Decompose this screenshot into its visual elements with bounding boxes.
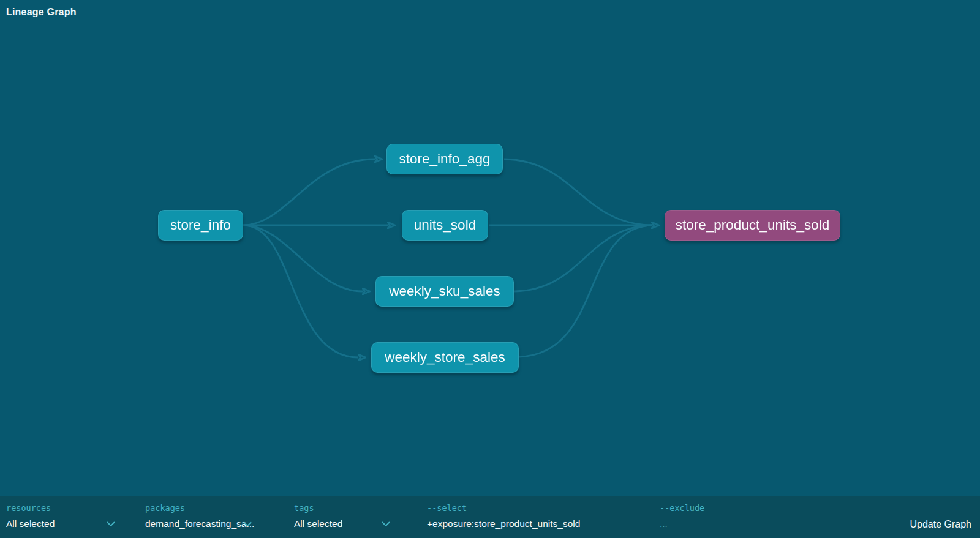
- node-label: units_sold: [414, 217, 476, 233]
- select-input[interactable]: +exposure:store_product_units_sold: [427, 518, 647, 529]
- node-store-product-units-sold[interactable]: store_product_units_sold: [665, 210, 840, 241]
- filter-resources: resources All selected: [6, 503, 115, 529]
- filter-packages: packages demand_forecasting_sa...: [145, 503, 257, 529]
- node-label: weekly_store_sales: [385, 349, 505, 365]
- node-label: store_product_units_sold: [676, 217, 829, 233]
- lineage-edges: [0, 0, 980, 496]
- resources-dropdown[interactable]: All selected: [6, 518, 115, 529]
- filter-select: --select +exposure:store_product_units_s…: [427, 503, 647, 529]
- filter-exclude: --exclude ...: [660, 503, 843, 529]
- chevron-down-icon[interactable]: [107, 521, 115, 527]
- node-label: weekly_sku_sales: [389, 283, 500, 299]
- packages-dropdown[interactable]: demand_forecasting_sa...: [145, 518, 257, 529]
- filter-tags: tags All selected: [294, 503, 390, 529]
- node-label: store_info: [170, 217, 231, 233]
- filter-exclude-label: --exclude: [660, 503, 843, 513]
- filter-select-label: --select: [427, 503, 647, 513]
- edge-store_info_agg-store_product_units_sold: [504, 159, 652, 225]
- node-store-info[interactable]: store_info: [158, 210, 243, 241]
- node-weekly-sku-sales[interactable]: weekly_sku_sales: [375, 276, 514, 307]
- graph-toolbar: resources All selected packages demand_f…: [0, 496, 980, 538]
- edge-store_info-weekly_store_sales: [243, 225, 358, 357]
- filter-packages-label: packages: [145, 503, 257, 513]
- chevron-down-icon[interactable]: [382, 521, 390, 527]
- edge-store_info-store_info_agg: [243, 159, 375, 225]
- tags-dropdown[interactable]: All selected: [294, 518, 390, 529]
- edge-store_info-weekly_sku_sales: [243, 225, 363, 291]
- chevron-down-icon[interactable]: [243, 521, 252, 527]
- select-value: +exposure:store_product_units_sold: [427, 518, 580, 529]
- edge-weekly_sku_sales-store_product_units_sold: [514, 225, 652, 291]
- lineage-graph-canvas[interactable]: Lineage Graph store_info store_info_agg …: [0, 0, 980, 496]
- packages-value: demand_forecasting_sa...: [145, 518, 254, 529]
- node-weekly-store-sales[interactable]: weekly_store_sales: [371, 342, 519, 373]
- node-units-sold[interactable]: units_sold: [402, 210, 488, 241]
- node-store-info-agg[interactable]: store_info_agg: [386, 144, 503, 174]
- filter-tags-label: tags: [294, 503, 390, 513]
- exclude-value: ...: [660, 518, 668, 529]
- edge-weekly_store_sales-store_product_units_sold: [519, 225, 652, 357]
- exclude-input[interactable]: ...: [660, 518, 843, 529]
- tags-value: All selected: [294, 518, 342, 529]
- update-graph-button[interactable]: Update Graph: [907, 518, 974, 531]
- lineage-graph-app: Lineage Graph store_info store_info_agg …: [0, 0, 980, 538]
- filter-resources-label: resources: [6, 503, 115, 513]
- resources-value: All selected: [6, 518, 55, 529]
- node-label: store_info_agg: [399, 151, 491, 167]
